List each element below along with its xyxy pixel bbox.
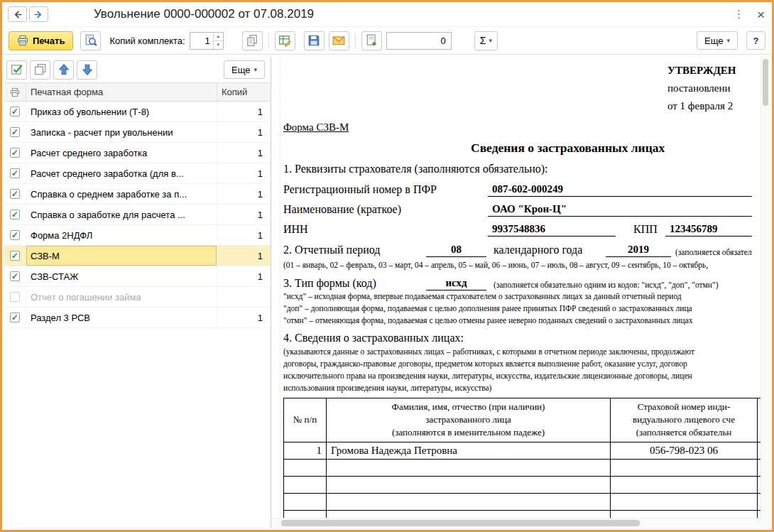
row-checkbox[interactable]: ✓: [10, 148, 20, 158]
window-menu-icon[interactable]: ⋮: [732, 8, 746, 21]
col-header-snils-line: Страховой номер инди-: [612, 401, 756, 413]
row-checkbox[interactable]: ✓: [10, 210, 20, 219]
row-checkbox[interactable]: ✓: [10, 168, 20, 178]
sum-button[interactable]: Σ ▾: [474, 31, 498, 50]
print-form-row[interactable]: ✓ Расчет среднего заработка (для в... 1: [4, 163, 271, 184]
print-form-row[interactable]: Отчет о погашении займа: [4, 287, 271, 308]
org-name-value: ОАО "Крон-Ц": [488, 201, 752, 217]
chevron-down-icon: ▾: [726, 37, 730, 44]
nav-group: [8, 6, 48, 22]
page-setup-button[interactable]: [242, 31, 263, 50]
row-checkbox[interactable]: [10, 292, 20, 302]
row-checkbox[interactable]: ✓: [10, 271, 20, 281]
form-type-note: "доп" – дополняющая форма, подаваемая с …: [283, 304, 692, 313]
print-form-row[interactable]: ✓ Записка - расчет при увольнении 1: [4, 122, 271, 143]
check-all-button[interactable]: [6, 60, 27, 80]
section2-title: 2. Отчетный период: [283, 244, 380, 256]
row-checkbox[interactable]: ✓: [10, 230, 20, 240]
calendar-year-label: календарного года: [494, 244, 582, 256]
print-form-row[interactable]: ✓ Раздел 3 РСВ 1: [4, 308, 271, 328]
horizontal-scrollbar-thumb[interactable]: [281, 520, 640, 526]
approved-line: от 1 февраля 2: [667, 100, 733, 112]
print-form-row[interactable]: ✓ Справка о среднем заработке за п... 1: [4, 184, 271, 205]
insured-name: Громова Надежда Петровна: [327, 442, 611, 459]
vertical-scrollbar-thumb[interactable]: [763, 59, 768, 106]
row-checkbox[interactable]: ✓: [10, 127, 20, 137]
print-form-row[interactable]: ✓ Приказ об увольнении (Т-8) 1: [4, 102, 271, 122]
print-form-copies: 1: [217, 163, 271, 183]
print-form-name: СЗВ-СТАЖ: [26, 266, 217, 286]
section4-title: 4. Сведения о застрахованных лицах:: [283, 332, 464, 344]
print-form-row-selected[interactable]: ✓ СЗВ-М 1: [4, 246, 271, 266]
preview-button[interactable]: [80, 31, 101, 50]
print-form-name: Справка о заработке для расчета ...: [26, 205, 217, 224]
uncheck-all-button[interactable]: [30, 60, 50, 80]
move-up-button[interactable]: [53, 60, 74, 80]
org-name-label: Наименование (краткое): [283, 203, 401, 216]
row-number: 1: [284, 442, 327, 459]
move-down-button[interactable]: [77, 60, 97, 80]
more-button[interactable]: Еще ▾: [224, 60, 265, 79]
table-row: 1 Громова Надежда Петровна 056-798-023 0…: [284, 442, 770, 459]
print-form-row[interactable]: ✓ Расчет среднего заработка 1: [4, 143, 271, 163]
spin-down-button[interactable]: ▼: [214, 41, 223, 49]
pages-icon: [246, 34, 258, 47]
print-column-header[interactable]: [4, 87, 26, 97]
row-checkbox[interactable]: ✓: [10, 313, 20, 322]
more-button-label: Еще: [704, 36, 723, 46]
kpp-label: КПП: [633, 223, 658, 236]
more-button[interactable]: Еще ▾: [697, 31, 738, 50]
print-form-copies: 1: [217, 266, 271, 286]
main-toolbar: Печать Копий комплекта: 1 ▲ ▼: [2, 26, 772, 55]
email-button[interactable]: [329, 31, 349, 50]
print-forms-panel: Еще ▾ Печатная форма Копий ✓ Приказ об у…: [4, 57, 271, 528]
copies-value[interactable]: 1: [190, 33, 213, 49]
checkbox-check-icon: [11, 63, 23, 76]
print-forms-list: ✓ Приказ об увольнении (Т-8) 1 ✓ Записка…: [4, 102, 271, 528]
row-checkbox[interactable]: ✓: [10, 189, 20, 199]
section3-note: (заполняется обязательно одним из кодов:…: [494, 281, 719, 289]
document-title: Сведения о застрахованных лицах: [471, 141, 665, 156]
print-form-name: Расчет среднего заработка (для в...: [26, 163, 217, 183]
col-header-name-line: (заполняются в именительном падеже): [328, 426, 609, 439]
back-button[interactable]: [8, 6, 27, 22]
row-checkbox[interactable]: ✓: [10, 251, 20, 261]
print-form-copies: 1: [217, 143, 271, 163]
table-row-empty: [284, 493, 770, 510]
more-button-label: Еще: [231, 65, 250, 75]
section4-note: (указываются данные о застрахованных лиц…: [283, 347, 694, 356]
arrow-up-icon: [58, 63, 70, 76]
spreadsheet-icon: [278, 34, 291, 47]
inn-value: 9937548836: [488, 221, 616, 237]
print-form-row[interactable]: ✓ Форма 2НДФЛ 1: [4, 225, 271, 246]
col-header-snils: Страховой номер инди- видуального лицево…: [611, 398, 758, 443]
print-button[interactable]: Печать: [9, 31, 73, 50]
edit-spreadsheet-button[interactable]: [275, 31, 295, 50]
forward-icon: [33, 9, 44, 20]
print-form-row[interactable]: ✓ СЗВ-СТАЖ 1: [4, 266, 271, 287]
copies-column-header[interactable]: Копий: [217, 83, 271, 101]
spin-up-button[interactable]: ▲: [214, 33, 223, 41]
col-header-name: Фамилия, имя, отчество (при наличии) зас…: [327, 398, 611, 443]
save-button[interactable]: [304, 31, 325, 50]
print-form-name: Форма 2НДФЛ: [26, 225, 217, 245]
row-checkbox[interactable]: ✓: [10, 107, 20, 116]
col-header-snils-line: видуального лицевого сче: [612, 413, 756, 426]
help-button[interactable]: ?: [746, 31, 765, 50]
horizontal-scrollbar[interactable]: [271, 518, 761, 528]
print-form-name: СЗВ-М: [26, 246, 217, 266]
counter-input[interactable]: 0: [386, 32, 452, 50]
vertical-scrollbar[interactable]: [761, 57, 770, 518]
content-area: Еще ▾ Печатная форма Копий ✓ Приказ об у…: [4, 57, 770, 528]
insert-button[interactable]: [361, 31, 382, 50]
year-value: 2019: [606, 241, 671, 257]
close-icon[interactable]: ×: [756, 8, 766, 21]
forward-button[interactable]: [29, 6, 48, 22]
form-column-header[interactable]: Печатная форма: [26, 83, 217, 101]
copies-stepper[interactable]: 1 ▲ ▼: [190, 32, 224, 50]
envelope-icon: [332, 34, 345, 47]
print-form-row[interactable]: ✓ Справка о заработке для расчета ... 1: [4, 205, 271, 225]
print-button-label: Печать: [33, 36, 65, 46]
section2-note: (заполняется обязател: [675, 248, 752, 256]
title-actions: ⋮ ×: [732, 8, 766, 21]
